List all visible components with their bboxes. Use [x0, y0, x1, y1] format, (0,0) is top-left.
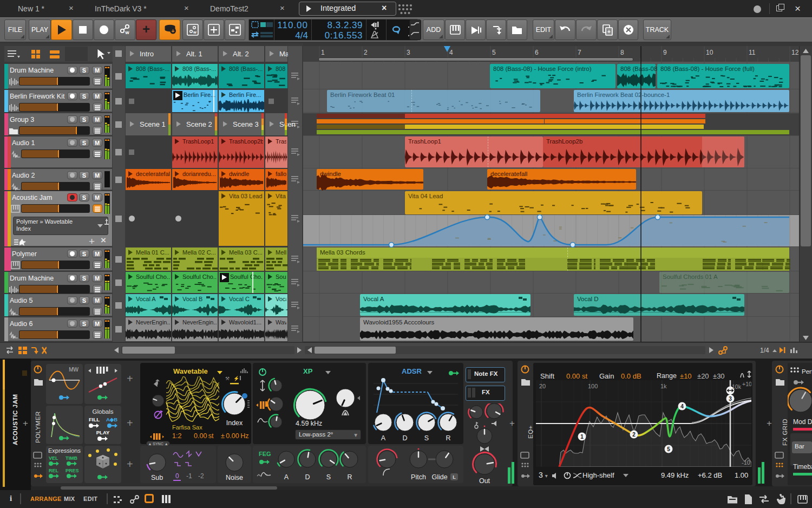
svg-text:R: R [446, 434, 450, 441]
svg-text:Sub: Sub [151, 474, 163, 481]
svg-text:R: R [347, 473, 352, 481]
svg-text:FILL: FILL [89, 416, 100, 422]
svg-text:Expressions: Expressions [48, 447, 81, 454]
svg-text:Index: Index [226, 419, 243, 427]
svg-text:2: 2 [632, 432, 636, 438]
svg-text:A: A [284, 473, 289, 481]
svg-text:Perf: Perf [802, 368, 812, 375]
svg-text:Out: Out [479, 477, 490, 485]
svg-text:1k: 1k [660, 383, 667, 389]
svg-text:-2: -2 [198, 472, 204, 480]
svg-text:3: 3 [729, 396, 732, 402]
svg-text:-1: -1 [186, 472, 192, 480]
svg-text:D: D [305, 473, 310, 481]
svg-text:PLAY: PLAY [96, 429, 110, 435]
svg-text:Pitch: Pitch [411, 473, 426, 481]
svg-text:20: 20 [539, 383, 546, 389]
svg-text:Glide: Glide [431, 473, 447, 481]
svg-text:L: L [453, 474, 456, 480]
svg-text:S: S [326, 473, 331, 481]
svg-text:S: S [424, 434, 429, 441]
svg-text:MW: MW [69, 367, 78, 373]
svg-text:100: 100 [588, 383, 598, 389]
svg-text:4: 4 [680, 403, 684, 409]
svg-text:D: D [402, 434, 407, 441]
svg-text:Noise: Noise [226, 474, 243, 481]
svg-text:1: 1 [580, 434, 584, 440]
svg-text:TIMB: TIMB [66, 455, 77, 461]
svg-text:A◆B: A◆B [106, 416, 117, 422]
svg-text:-10: -10 [742, 459, 750, 466]
svg-text:5: 5 [667, 446, 670, 452]
svg-text:PRES: PRES [66, 468, 79, 473]
svg-text:10k: 10k [732, 383, 742, 390]
svg-text:REL: REL [49, 468, 59, 473]
svg-text:+10: +10 [742, 381, 751, 387]
svg-text:VEL: VEL [49, 455, 58, 461]
svg-text:A: A [381, 434, 386, 441]
svg-text:⚡: ⚡ [233, 375, 240, 382]
svg-text:Globals: Globals [93, 408, 114, 415]
svg-text:0: 0 [175, 472, 179, 480]
svg-text:⚒: ⚒ [225, 376, 230, 381]
